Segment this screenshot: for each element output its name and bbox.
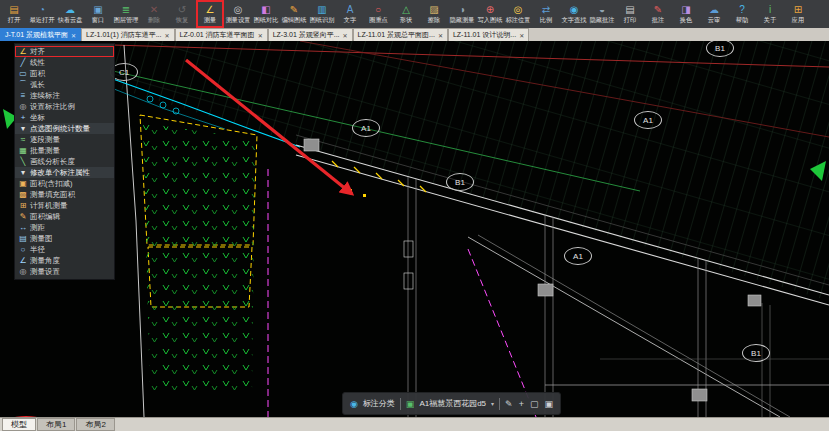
measure-tool-item[interactable]: ✎ 面积编辑	[15, 211, 114, 222]
measure-tool-item[interactable]: ▾ 点选图例统计数量	[15, 123, 114, 134]
measure-tool-item[interactable]: ▦ 批量测量	[15, 145, 114, 156]
toolbar-button-label: 应用	[792, 15, 804, 24]
category-icon: ◉	[350, 399, 358, 409]
toolbar-button[interactable]: ◑ 隐藏测量	[448, 0, 476, 28]
measure-tool-icon: ▤	[19, 234, 27, 243]
drawing-name-dropdown[interactable]: A1福慧景西花园d5	[419, 398, 486, 409]
measure-tool-item[interactable]: ↔ 测距	[15, 222, 114, 233]
toolbar-button[interactable]: ⊞ 应用	[784, 0, 812, 28]
measure-tool-icon: ▭	[19, 69, 27, 78]
measure-tool-item[interactable]: + 坐标	[15, 112, 114, 123]
toolbar-button[interactable]: ▨ 擦除	[420, 0, 448, 28]
measure-tool-item[interactable]: ▭ 面积	[15, 68, 114, 79]
measure-tool-item[interactable]: ≡ 连续标注	[15, 90, 114, 101]
toolbar-button[interactable]: ○ 圈重点	[364, 0, 392, 28]
measure-tool-label: 设置标注比例	[30, 102, 75, 112]
toolbar-button-label: 形状	[400, 15, 412, 24]
measure-tool-item[interactable]: ╱ 线性	[15, 57, 114, 68]
toolbar-button[interactable]: ◨ 换色	[672, 0, 700, 28]
toolbar-button[interactable]: ✎ 编辑图纸	[280, 0, 308, 28]
toolbar-button[interactable]: ◔ 最近打开	[28, 0, 56, 28]
document-tab[interactable]: LZ-11.01 设计说明... ✕	[448, 28, 529, 41]
measure-tool-item[interactable]: ◎ 设置标注比例	[15, 101, 114, 112]
toolbar-button-icon: ◉	[570, 4, 579, 15]
layout-tab-label: 布局2	[85, 419, 105, 430]
toolbar-button-icon: ◑	[459, 4, 465, 15]
chevron-down-icon[interactable]: ▾	[491, 400, 494, 407]
float-bar-button[interactable]: ▣	[544, 399, 553, 409]
cad-canvas[interactable]	[0, 41, 829, 417]
measure-tool-item[interactable]: ◎ 测量设置	[15, 266, 114, 277]
float-bar-button[interactable]: ✎	[505, 399, 513, 409]
toolbar-button-label: 帮助	[736, 15, 748, 24]
measure-category-bar: ◉ 标注分类 ▣ A1福慧景西花园d5 ▾ ✎ + ▢ ▣	[342, 392, 561, 415]
toolbar-button[interactable]: ▣ 窗口	[84, 0, 112, 28]
float-bar-button[interactable]: +	[519, 399, 524, 409]
toolbar-button-label: 测量设置	[226, 15, 251, 24]
drawing-icon: ▣	[406, 399, 415, 409]
measure-tool-item[interactable]: ▾ 修改单个标注属性	[15, 167, 114, 178]
measure-tool-label: 点选图例统计数量	[30, 124, 90, 134]
toolbar-button[interactable]: A 文字	[336, 0, 364, 28]
toolbar-button[interactable]: ≣ 图层管理	[112, 0, 140, 28]
toolbar-button[interactable]: ▥ 图纸识别	[308, 0, 336, 28]
measure-tool-item[interactable]: ⌒ 弧长	[15, 79, 114, 90]
measure-tool-label: 坐标	[30, 113, 45, 123]
measure-tool-item[interactable]: ≈ 逐段测量	[15, 134, 114, 145]
measure-tool-label: 半径	[30, 245, 45, 255]
close-icon[interactable]: ✕	[519, 32, 524, 39]
axis-bubble: A1	[634, 111, 662, 129]
toolbar-button[interactable]: ◧ 图纸对比	[252, 0, 280, 28]
toolbar-button[interactable]: ◎ 标注位置	[504, 0, 532, 28]
measure-tool-item[interactable]: ○ 半径	[15, 244, 114, 255]
toolbar-button[interactable]: ☁ 快看云盘	[56, 0, 84, 28]
close-icon[interactable]: ✕	[71, 32, 76, 39]
axis-bubble: B1	[706, 39, 734, 57]
toolbar-button[interactable]: ∠ 测量	[196, 0, 224, 28]
measure-tool-item[interactable]: ▩ 测量填充面积	[15, 189, 114, 200]
document-tab[interactable]: LZ-3.01 景观竖向平... ✕	[268, 28, 353, 41]
layout-tab[interactable]: 布局1	[37, 418, 75, 431]
toolbar-button[interactable]: ◉ 文字查找	[560, 0, 588, 28]
measure-tool-item[interactable]: ▣ 面积(含扣减)	[15, 178, 114, 189]
toolbar-button[interactable]: ? 帮助	[728, 0, 756, 28]
axis-bubble-label: A1	[573, 252, 583, 261]
toolbar-button-label: 图纸对比	[254, 15, 279, 24]
measure-tool-item[interactable]: ∠ 测量角度	[15, 255, 114, 266]
document-tab[interactable]: LZ-11.01 景观总平面图... ✕	[353, 28, 448, 41]
toolbar-button[interactable]: △ 形状	[392, 0, 420, 28]
toolbar-button[interactable]: i 关于	[756, 0, 784, 28]
measure-tool-icon: +	[19, 113, 27, 122]
close-icon[interactable]: ✕	[343, 32, 348, 39]
close-icon[interactable]: ✕	[438, 32, 443, 39]
toolbar-button[interactable]: ↺ 恢复	[168, 0, 196, 28]
toolbar-button-icon: ◨	[681, 4, 690, 15]
document-tab[interactable]: J-T.01 景观植栽平面 ✕	[0, 28, 81, 41]
toolbar-button[interactable]: ⇄ 比例	[532, 0, 560, 28]
toolbar-button-icon: ▤	[625, 4, 634, 15]
layout-tab[interactable]: 模型	[2, 418, 36, 431]
toolbar-button[interactable]: ✕ 删除	[140, 0, 168, 28]
toolbar-button-icon: ✕	[150, 4, 158, 15]
toolbar-button[interactable]: ▤ 打印	[616, 0, 644, 28]
document-tab[interactable]: LZ-1.01(1) 消防车道平... ✕	[81, 28, 175, 41]
toolbar-button[interactable]: ⊕ 写入图纸	[476, 0, 504, 28]
toolbar-button-icon: A	[347, 4, 354, 15]
toolbar-button[interactable]: ☁ 云审	[700, 0, 728, 28]
close-icon[interactable]: ✕	[258, 32, 263, 39]
close-icon[interactable]: ✕	[165, 32, 170, 39]
measure-tool-item[interactable]: ⊞ 计算机测量	[15, 200, 114, 211]
document-tab[interactable]: LZ-0.01 消防车道平面图 ✕	[175, 28, 268, 41]
measure-tool-item[interactable]: ∠ 对齐	[15, 46, 114, 57]
toolbar-button[interactable]: ◒ 隐藏批注	[588, 0, 616, 28]
toolbar-button[interactable]: ✎ 批注	[644, 0, 672, 28]
toolbar-button-label: 云审	[708, 15, 720, 24]
toolbar-button-icon: ◧	[261, 4, 270, 15]
float-bar-button[interactable]: ▢	[530, 399, 539, 409]
toolbar-button-label: 编辑图纸	[282, 15, 307, 24]
toolbar-button[interactable]: ▤ 打开	[0, 0, 28, 28]
measure-tool-item[interactable]: ▤ 测量图	[15, 233, 114, 244]
layout-tab[interactable]: 布局2	[76, 418, 114, 431]
measure-tool-item[interactable]: ╲ 画线分析长度	[15, 156, 114, 167]
toolbar-button[interactable]: ◎ 测量设置	[224, 0, 252, 28]
